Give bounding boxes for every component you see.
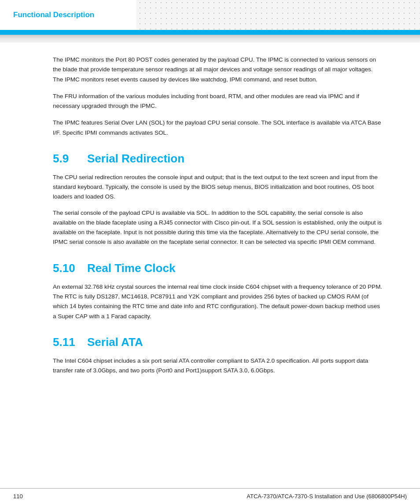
intro-paragraph-3: The IPMC features Serial Over LAN (SOL) … [53,118,383,138]
footer-doc-reference: ATCA-7370/ATCA-7370-S Installation and U… [247,493,407,500]
section-5-11-title: Serial ATA [87,335,143,349]
section-5-9: 5.9 Serial Redirection The CPU serial re… [53,152,383,247]
section-5-11-number: 5.11 [53,335,79,349]
section-5-9-number: 5.9 [53,152,79,166]
main-content: The IPMC monitors the Port 80 POST codes… [0,43,396,394]
page-footer: 110 ATCA-7370/ATCA-7370-S Installation a… [0,488,420,504]
page-header: Functional Description [0,0,420,31]
section-5-9-para-2: The serial console of the payload CPU is… [53,208,383,247]
section-5-10-heading: 5.10 Real Time Clock [53,261,383,275]
intro-paragraph-2: The FRU information of the various modul… [53,92,383,111]
section-5-9-heading: 5.9 Serial Redirection [53,152,383,166]
section-5-11-para-1: The Intel C604 chipset includes a six po… [53,356,383,376]
section-5-10-title: Real Time Clock [87,261,175,275]
grey-gradient-bar [0,35,420,43]
cyan-accent-bar [0,31,420,35]
section-5-10-number: 5.10 [53,261,79,275]
section-5-9-title: Serial Redirection [87,152,184,166]
page-wrapper: Functional Description The IPMC monitors… [0,0,420,504]
intro-paragraph-1: The IPMC monitors the Port 80 POST codes… [53,55,383,85]
section-5-10: 5.10 Real Time Clock An external 32.768 … [53,261,383,321]
section-5-11: 5.11 Serial ATA The Intel C604 chipset i… [53,335,383,376]
section-5-10-para-1: An external 32.768 kHz crystal sources t… [53,282,383,321]
footer-page-number: 110 [13,493,23,500]
section-5-9-para-1: The CPU serial redirection reroutes the … [53,173,383,202]
page-title: Functional Description [13,11,94,19]
title-box: Functional Description [0,0,136,30]
dot-pattern: Functional Description [0,0,420,30]
section-5-11-heading: 5.11 Serial ATA [53,335,383,349]
